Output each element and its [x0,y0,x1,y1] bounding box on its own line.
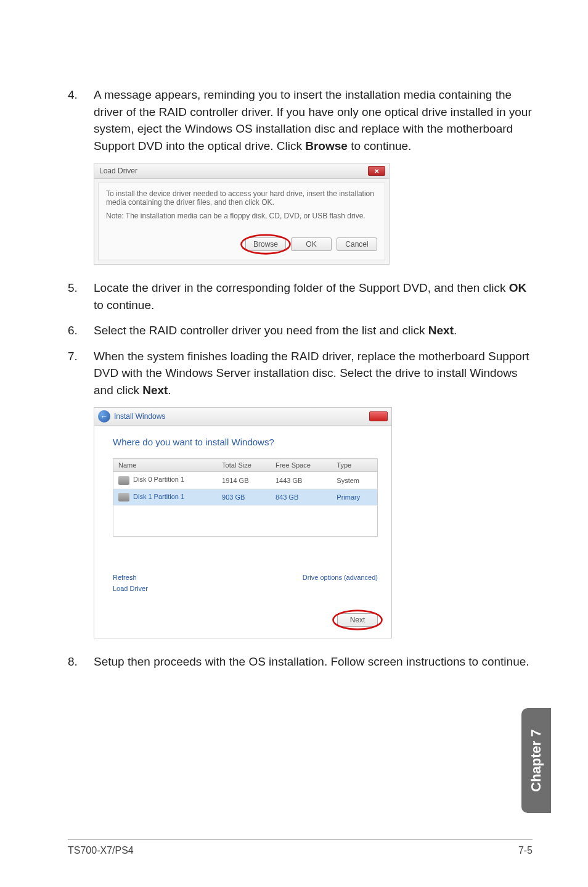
dialog2-title: Install Windows [114,412,165,421]
footer-left: TS700-X7/PS4 [68,845,134,856]
dialog-body: To install the device driver needed to a… [98,183,385,260]
disk-icon [118,476,129,485]
install-question: Where do you want to install Windows? [113,437,378,447]
dialog-title: Load Driver [99,167,137,175]
dialog2-titlebar: ← Install Windows [94,408,391,426]
step-5: 5. Locate the driver in the correspondin… [68,279,533,313]
dialog-titlebar: Load Driver ✕ [94,163,389,179]
row0-free: 1443 GB [271,472,332,489]
step-7-body: When the system finishes loading the RAI… [94,348,533,399]
step-8-body: Setup then proceeds with the OS installa… [94,653,533,670]
step-6: 6. Select the RAID controller driver you… [68,322,533,339]
step-7-text-b: . [168,384,171,397]
step-5-text-a: Locate the driver in the corresponding f… [94,281,509,294]
step-7-num: 7. [68,348,94,399]
drive-options-link[interactable]: Drive options (advanced) [303,574,378,581]
row1-total: 903 GB [217,489,271,505]
step-8-num: 8. [68,653,94,670]
step-8-text-a: Setup then proceeds with the OS installa… [94,655,529,668]
refresh-link[interactable]: Refresh [113,574,148,581]
dialog-line1: To install the device driver needed to a… [106,189,377,207]
col-total[interactable]: Total Size [217,459,271,472]
load-driver-dialog: Load Driver ✕ To install the device driv… [94,163,390,265]
disk-table: Name Total Size Free Space Type Disk 0 P… [113,458,378,536]
cancel-button[interactable]: Cancel [337,237,377,251]
row0-type: System [332,472,377,489]
dialog-note: Note: The installation media can be a fl… [106,212,377,220]
table-row[interactable]: Disk 1 Partition 1 903 GB 843 GB Primary [113,489,378,505]
col-free[interactable]: Free Space [271,459,332,472]
row1-name: Disk 1 Partition 1 [133,493,184,500]
page-footer: TS700-X7/PS4 7-5 [68,840,533,856]
col-name[interactable]: Name [113,459,218,472]
step-6-text-b: . [454,324,457,337]
step-5-body: Locate the driver in the corresponding f… [94,279,533,313]
next-button[interactable]: Next [337,613,378,627]
table-row[interactable]: Disk 0 Partition 1 1914 GB 1443 GB Syste… [113,472,378,489]
step-7: 7. When the system finishes loading the … [68,348,533,399]
next-highlight: Next [337,613,378,627]
back-icon[interactable]: ← [98,410,110,423]
step-6-num: 6. [68,322,94,339]
chapter-tab: Chapter 7 [521,708,551,813]
ok-button[interactable]: OK [291,237,332,251]
browse-highlight: Browse [245,237,286,251]
step-4-num: 4. [68,86,94,154]
row0-name: Disk 0 Partition 1 [133,476,184,483]
step-5-bold: OK [509,281,527,294]
close-icon[interactable]: ✕ [368,166,385,176]
step-8: 8. Setup then proceeds with the OS insta… [68,653,533,670]
step-6-body: Select the RAID controller driver you ne… [94,322,533,339]
step-4-body: A message appears, reminding you to inse… [94,86,533,154]
col-type[interactable]: Type [332,459,377,472]
step-6-bold: Next [428,324,454,337]
step-4-bold: Browse [305,139,348,152]
step-4-text-b: to continue. [348,139,412,152]
step-5-text-b: to continue. [94,299,154,311]
row1-type: Primary [332,489,377,505]
step-4: 4. A message appears, reminding you to i… [68,86,533,154]
row0-total: 1914 GB [217,472,271,489]
chapter-label: Chapter 7 [528,729,544,791]
dialog2-links: Refresh Load Driver Drive options (advan… [113,574,378,596]
disk-icon [118,493,129,501]
row1-free: 843 GB [271,489,332,505]
footer-right: 7-5 [518,845,533,856]
step-6-text-a: Select the RAID controller driver you ne… [94,324,428,337]
load-driver-link[interactable]: Load Driver [113,585,148,592]
browse-button[interactable]: Browse [245,237,286,251]
close-icon[interactable] [369,411,388,421]
install-windows-dialog: ← Install Windows Where do you want to i… [94,407,392,638]
step-5-num: 5. [68,279,94,313]
step-7-bold: Next [142,384,168,397]
